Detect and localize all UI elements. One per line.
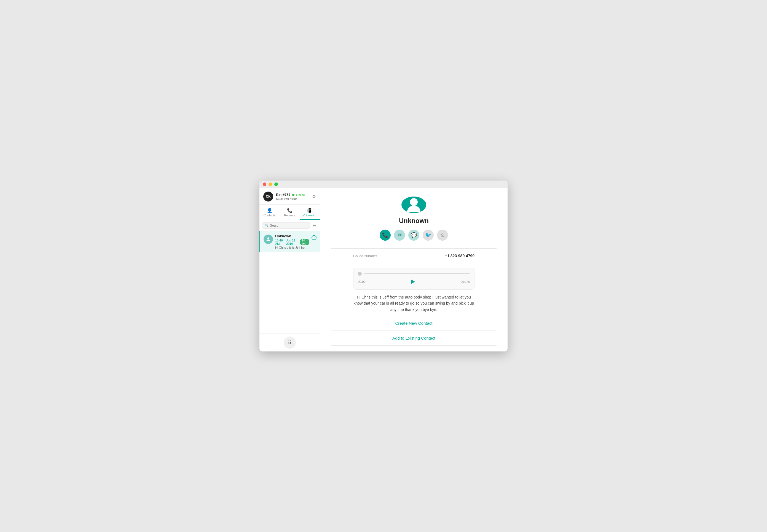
nav-tabs: 👤 Contacts 📞 Recents 📳 Voicema...	[259, 205, 320, 220]
avatar: CK	[263, 192, 273, 201]
track-knob[interactable]	[358, 272, 362, 276]
maximize-button[interactable]	[274, 182, 278, 186]
user-row: CK Ext #757 Online (323) 989-4799 ⚙	[263, 192, 316, 201]
time-end: 00:14s	[461, 280, 470, 283]
main-content: CK Ext #757 Online (323) 989-4799 ⚙ �	[259, 188, 508, 351]
audio-track	[358, 272, 470, 276]
called-number-value: +1 323-989-4799	[445, 254, 474, 258]
close-button[interactable]	[263, 182, 266, 186]
time-start: 00.00	[358, 280, 366, 283]
duration-badge: 14 sec	[300, 239, 309, 245]
sidebar: CK Ext #757 Online (323) 989-4799 ⚙ �	[259, 188, 320, 351]
dialpad-button[interactable]: ⠿	[284, 337, 296, 349]
sidebar-header: CK Ext #757 Online (323) 989-4799 ⚙	[259, 188, 320, 205]
search-input-wrap: 🔍	[262, 222, 310, 229]
more-button[interactable]: ⊙	[437, 230, 448, 241]
item-date: Jun 11 2019	[286, 239, 298, 245]
tab-voicemail[interactable]: 📳 Voicema...	[300, 206, 320, 220]
divider-1	[331, 248, 497, 249]
detail-panel: Unknown 📞 ✉ 💬 🐦 ⊙ Called Number +1 323-9…	[320, 188, 508, 351]
item-content: Unknown 10:46 AM Jun 11 2019 14 sec Hi C…	[275, 234, 309, 249]
app-window: CK Ext #757 Online (323) 989-4799 ⚙ �	[259, 181, 508, 351]
audio-player: 00.00 00:14s	[353, 268, 474, 290]
transcript: Hi Chris this is Jeff from the auto body…	[353, 294, 474, 313]
item-meta: 10:46 AM Jun 11 2019 14 sec	[275, 239, 309, 245]
filter-button[interactable]: ☰	[312, 222, 318, 229]
called-number-row: Called Number +1 323-989-4799	[353, 251, 474, 261]
chat-button[interactable]: 💬	[408, 230, 419, 241]
search-icon: 🔍	[265, 224, 269, 227]
add-to-existing-contact-button[interactable]: Add to Existing Contact	[353, 333, 474, 343]
title-bar	[259, 181, 508, 188]
call-button[interactable]: 📞	[380, 230, 391, 241]
dialpad-area: ⠿	[259, 334, 320, 351]
track-bar[interactable]	[364, 273, 470, 274]
online-dot	[292, 194, 294, 196]
tab-recents-label: Recents	[284, 214, 295, 217]
item-avatar	[264, 235, 273, 244]
item-status-indicator	[312, 235, 317, 240]
ext-row: Ext #757 Online	[276, 193, 309, 197]
recents-icon: 📞	[287, 208, 293, 213]
voicemail-list: Unknown 10:46 AM Jun 11 2019 14 sec Hi C…	[259, 231, 320, 334]
settings-icon[interactable]: ⚙	[312, 194, 316, 199]
search-input[interactable]	[270, 224, 307, 227]
tab-contacts-label: Contacts	[264, 214, 275, 217]
divider-4	[331, 345, 497, 346]
tab-contacts[interactable]: 👤 Contacts	[259, 206, 280, 220]
online-label: Online	[296, 193, 305, 197]
audio-controls: 00.00 00:14s	[358, 278, 470, 286]
contacts-icon: 👤	[267, 208, 272, 213]
play-button[interactable]	[409, 278, 417, 286]
tab-voicemail-label: Voicema...	[303, 214, 317, 217]
delete-voicemail-button[interactable]: Delete Voicemail	[353, 348, 474, 351]
item-time: 10:46 AM	[275, 239, 285, 245]
user-info: Ext #757 Online (323) 989-4799	[276, 193, 309, 200]
svg-point-0	[267, 237, 269, 239]
item-name: Unknown	[275, 234, 309, 238]
voicemail-icon: 📳	[307, 208, 313, 213]
create-new-contact-button[interactable]: Create New Contact	[353, 318, 474, 328]
search-bar: 🔍 ☰	[259, 220, 320, 231]
contact-avatar-large	[401, 197, 426, 213]
divider-2	[331, 263, 497, 263]
tab-recents[interactable]: 📞 Recents	[280, 206, 300, 220]
user-phone: (323) 989-4799	[276, 197, 309, 200]
ext-name: Ext #757	[276, 193, 291, 197]
item-preview: Hi Chris this is Jeff from the auto body…	[275, 246, 309, 249]
contact-name: Unknown	[399, 217, 429, 225]
share-button[interactable]: 🐦	[423, 230, 434, 241]
action-buttons: 📞 ✉ 💬 🐦 ⊙	[380, 230, 448, 241]
list-item[interactable]: Unknown 10:46 AM Jun 11 2019 14 sec Hi C…	[259, 231, 320, 252]
message-button[interactable]: ✉	[394, 230, 405, 241]
play-icon	[411, 280, 415, 284]
svg-point-1	[410, 198, 418, 206]
minimize-button[interactable]	[269, 182, 272, 186]
called-number-label: Called Number	[353, 254, 377, 258]
